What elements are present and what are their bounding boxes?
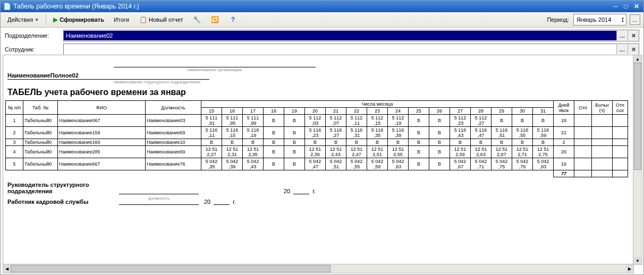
col-fio: ФИО	[58, 101, 146, 115]
total-row: 77	[6, 170, 628, 177]
table-row: 3Табельный0Наименование160Наименование10…	[6, 139, 628, 146]
org-full-name: НаименованиеПолное02	[7, 72, 209, 80]
day-cell: 5 112 ,15	[367, 115, 388, 127]
col-otg: Отп сох	[613, 101, 628, 115]
day-cell: 5 112 ,23	[450, 115, 471, 127]
day-cell: В	[284, 115, 305, 127]
day-header: 28	[471, 108, 492, 115]
day-cell: В	[284, 146, 305, 158]
day-cell: 12 51 2,51	[367, 146, 388, 158]
col-pos: Должность	[146, 101, 201, 115]
day-header: 17	[243, 108, 264, 115]
day-cell: 5 042 ,71	[471, 158, 492, 170]
emp-select-button[interactable]: …	[616, 45, 628, 54]
col-tab: Таб. №	[23, 101, 58, 115]
day-header: 29	[492, 108, 512, 115]
day-cell: В	[429, 139, 450, 146]
day-cell: В	[512, 139, 533, 146]
actions-menu[interactable]: Действия▼	[4, 15, 43, 24]
form-button[interactable]: ▶Сформировать	[49, 14, 108, 25]
cell-otg	[613, 127, 628, 139]
day-cell: В	[409, 146, 429, 158]
col-days-group: Числа месяца	[201, 101, 554, 108]
day-cell: В	[492, 115, 512, 127]
day-cell: 5 116 ,23	[305, 127, 326, 139]
period-label: Период:	[547, 16, 569, 23]
day-cell: В	[429, 115, 450, 127]
emp-clear-button[interactable]: ✕	[628, 45, 639, 54]
emp-field-wrap: … ✕	[63, 44, 639, 55]
horizontal-scrollbar[interactable]: ◀ ▶	[3, 264, 634, 273]
vertical-scrollbar[interactable]: ▲ ▼	[633, 55, 642, 265]
cell-fio: Наименование160	[58, 139, 146, 146]
emp-label: Сотрудник:	[5, 46, 63, 53]
col-otp: Отп	[574, 101, 592, 115]
day-header: 22	[346, 108, 367, 115]
col-attend: Дней явок	[554, 101, 574, 115]
day-cell: 5 116 ,59	[533, 127, 554, 139]
day-cell: В	[264, 139, 284, 146]
day-cell: В	[264, 115, 284, 127]
h-scroll-thumb[interactable]	[11, 265, 331, 272]
period-picker-button[interactable]: …	[630, 14, 640, 25]
day-cell: 12 51 2,47	[346, 146, 367, 158]
new-report-icon: 📋	[139, 15, 147, 24]
day-cell: В	[429, 158, 450, 170]
day-cell: 12 51 2,55	[388, 146, 409, 158]
scroll-right-arrow[interactable]: ▶	[626, 264, 633, 273]
table-row: 5Табельный0Наименование667Наименование76…	[6, 158, 628, 170]
dept-clear-button[interactable]: ✕	[628, 31, 639, 40]
period-spinner[interactable]: ▲▼	[621, 16, 624, 23]
cell-num: 3	[6, 139, 23, 146]
sign-head-caption: должность	[119, 196, 199, 201]
cell-otp	[574, 115, 592, 127]
maximize-button[interactable]: □	[621, 2, 631, 11]
day-cell: 12 51 2,31	[222, 146, 243, 158]
help-icon: ?	[228, 15, 237, 24]
dept-field[interactable]: Наименование02	[64, 31, 616, 40]
emp-field[interactable]	[64, 45, 616, 54]
close-button[interactable]: ✕	[632, 2, 641, 11]
dept-label: Подразделение:	[5, 32, 63, 39]
play-icon: ▶	[53, 16, 58, 23]
scroll-down-arrow[interactable]: ▼	[633, 257, 642, 264]
day-cell: 5 042 ,83	[533, 158, 554, 170]
cell-otp	[574, 146, 592, 158]
day-cell: В	[264, 146, 284, 158]
year-suffix-1: г.	[312, 188, 316, 194]
day-cell: В	[429, 127, 450, 139]
day-cell: В	[388, 139, 409, 146]
scroll-left-arrow[interactable]: ◀	[3, 264, 11, 273]
period-input[interactable]	[575, 16, 620, 23]
day-cell: 5 116 ,51	[492, 127, 512, 139]
dept-select-button[interactable]: …	[616, 31, 628, 40]
day-cell: В	[429, 146, 450, 158]
total-attend: 77	[554, 170, 574, 177]
cell-pos: Наименование69	[146, 127, 201, 139]
day-cell: 5 042 ,79	[512, 158, 533, 170]
totals-button[interactable]: Итоги	[110, 15, 133, 24]
sign-head-label: Руководитель структурного подразделения	[7, 182, 114, 194]
cell-otp	[574, 139, 592, 146]
toolbar-icon-2[interactable]: 🔁	[207, 14, 223, 25]
minimize-button[interactable]: ─	[611, 2, 620, 11]
toolbar-icon-1[interactable]: 🔧	[189, 14, 205, 25]
help-button[interactable]: ?	[225, 14, 241, 25]
day-cell: 5 042 ,35	[201, 158, 222, 170]
scroll-up-arrow[interactable]: ▲	[633, 55, 642, 63]
day-header: 31	[533, 108, 554, 115]
day-cell: 12 51 2,35	[243, 146, 264, 158]
day-cell: 12 51 2,67	[492, 146, 512, 158]
filter-icon: 🔧	[192, 15, 201, 24]
new-report-button[interactable]: 📋Новый отчет	[135, 14, 187, 25]
sign-head-line	[119, 194, 199, 194]
v-scroll-thumb[interactable]	[634, 63, 641, 170]
day-cell: В	[326, 139, 346, 146]
cell-pos: Наименование10	[146, 139, 201, 146]
app-icon: 📄	[3, 2, 11, 11]
cell-pos: Наименование03	[146, 115, 201, 127]
table-row: 1Табельный0Наименование067Наименование03…	[6, 115, 628, 127]
cell-num: 1	[6, 115, 23, 127]
day-cell: В	[409, 158, 429, 170]
cell-otg	[613, 115, 628, 127]
